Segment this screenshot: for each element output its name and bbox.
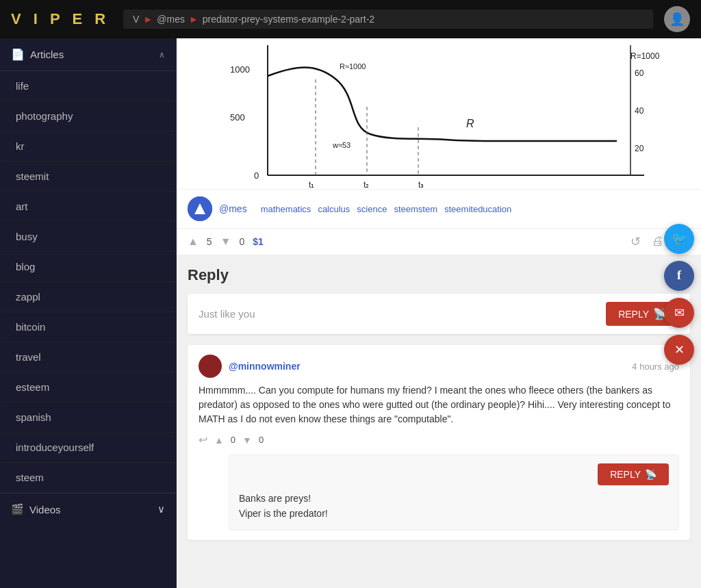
sidebar-item-art[interactable]: art xyxy=(0,192,176,222)
svg-text:R≈1000: R≈1000 xyxy=(340,62,366,71)
comment-vote-down[interactable]: ▼ xyxy=(242,435,252,446)
sidebar-videos-header[interactable]: 🎬 Videos ∨ xyxy=(0,493,176,525)
sidebar-item-kr[interactable]: kr xyxy=(0,131,176,162)
tag-science[interactable]: science xyxy=(357,204,387,214)
nested-reply: REPLY 📡 Banks are preys! Viper is the pr… xyxy=(229,455,679,531)
sidebar-item-life[interactable]: life xyxy=(0,71,176,101)
comment-vote-up[interactable]: ▲ xyxy=(214,435,224,446)
video-icon: 🎬 xyxy=(11,503,24,515)
comment-card: @minnowminer 4 hours ago Hmmmmm.... Can … xyxy=(188,345,690,540)
main-layout: 📄 Articles ∧ life photography kr steemit… xyxy=(0,38,701,588)
vote-up-count: 5 xyxy=(207,236,212,247)
comment-avatar xyxy=(199,355,222,378)
sidebar-item-introduceyourself[interactable]: introduceyourself xyxy=(0,433,176,463)
tags-row: @mes mathematics calculus science steems… xyxy=(177,189,701,228)
comment-actions: ↩ ▲ 0 ▼ 0 xyxy=(199,433,679,446)
graph-svg: 1000 500 0 t₁ t₂ t₃ 60 40 20 R=1000 xyxy=(177,38,701,189)
svg-text:0: 0 xyxy=(254,170,259,181)
tag-calculus[interactable]: calculus xyxy=(318,204,350,214)
sidebar-item-blog[interactable]: blog xyxy=(0,252,176,282)
nested-signal-icon: 📡 xyxy=(645,469,657,480)
svg-text:R=1000: R=1000 xyxy=(630,51,660,61)
svg-text:t₁: t₁ xyxy=(309,180,314,189)
comment-author[interactable]: @minnowminer xyxy=(229,361,301,372)
sidebar-item-photography[interactable]: photography xyxy=(0,101,176,131)
svg-text:1000: 1000 xyxy=(230,64,250,75)
articles-icon: 📄 xyxy=(11,48,25,61)
reply-input-row: Just like you REPLY 📡 xyxy=(188,294,690,334)
reply-section: Reply Just like you REPLY 📡 @minnowminer… xyxy=(177,255,701,558)
vote-up-button[interactable]: ▲ xyxy=(188,235,199,248)
tag-steemstem[interactable]: steemstem xyxy=(394,204,437,214)
sidebar-item-steem[interactable]: steem xyxy=(0,463,176,493)
tag-steemiteducation[interactable]: steemiteducation xyxy=(444,204,511,214)
reply-title: Reply xyxy=(188,266,690,284)
svg-text:40: 40 xyxy=(635,106,644,116)
breadcrumb-mes[interactable]: @mes xyxy=(157,14,185,25)
videos-label: Videos xyxy=(29,504,61,515)
content-area: 1000 500 0 t₁ t₂ t₃ 60 40 20 R=1000 xyxy=(177,38,701,588)
svg-text:t₃: t₃ xyxy=(418,180,424,189)
chevron-up-icon: ∧ xyxy=(159,50,165,60)
nested-reply-body: Banks are preys! Viper is the predator! xyxy=(239,491,669,522)
svg-text:60: 60 xyxy=(635,68,644,78)
breadcrumb-arrow1: ► xyxy=(143,14,153,25)
comment-body: Hmmmmm.... Can you compute for humans my… xyxy=(199,383,679,426)
close-share-button[interactable]: ✕ xyxy=(664,335,694,365)
comment-vote-up-count: 0 xyxy=(231,435,235,445)
svg-text:t₂: t₂ xyxy=(364,180,369,189)
email-share-button[interactable]: ✉ xyxy=(664,298,694,328)
nested-reply-button[interactable]: REPLY 📡 xyxy=(598,463,669,485)
sidebar-item-zappl[interactable]: zappl xyxy=(0,282,176,312)
svg-text:R: R xyxy=(466,118,474,129)
sidebar-item-steemit[interactable]: steemit xyxy=(0,162,176,192)
print-icon[interactable]: 🖨 xyxy=(652,234,664,249)
vote-down-button[interactable]: ▼ xyxy=(220,235,231,248)
articles-label: Articles xyxy=(30,49,64,60)
sidebar-articles-header[interactable]: 📄 Articles ∧ xyxy=(0,38,176,71)
article-graph: 1000 500 0 t₁ t₂ t₃ 60 40 20 R=1000 xyxy=(177,38,701,189)
sidebar-items-list: life photography kr steemit art busy blo… xyxy=(0,71,176,493)
reply-placeholder[interactable]: Just like you xyxy=(199,308,606,320)
sidebar-item-esteem[interactable]: esteem xyxy=(0,372,176,402)
social-float: 🐦 f ✉ ✕ xyxy=(664,224,694,365)
svg-text:500: 500 xyxy=(230,112,245,123)
payout-amount: $1 xyxy=(253,236,264,247)
breadcrumb-slug[interactable]: predator-prey-systems-example-2-part-2 xyxy=(203,14,374,25)
svg-text:w≈53: w≈53 xyxy=(332,141,350,149)
comment-reply-icon[interactable]: ↩ xyxy=(199,433,207,446)
vote-down-count: 0 xyxy=(239,236,244,247)
author-handle[interactable]: @mes xyxy=(219,203,247,214)
author-avatar xyxy=(188,196,212,221)
breadcrumb-arrow2: ► xyxy=(189,14,199,25)
svg-text:20: 20 xyxy=(635,144,644,153)
tag-mathematics[interactable]: mathematics xyxy=(261,204,311,214)
comment-vote-down-count: 0 xyxy=(259,435,264,445)
sidebar-item-travel[interactable]: travel xyxy=(0,342,176,372)
topnav: V I P E R V ► @mes ► predator-prey-syste… xyxy=(0,0,701,38)
sidebar-item-busy[interactable]: busy xyxy=(0,222,176,252)
avatar[interactable]: 👤 xyxy=(664,6,690,32)
nested-reply-header: REPLY 📡 xyxy=(239,463,669,485)
facebook-share-button[interactable]: f xyxy=(664,261,694,291)
chevron-down-icon: ∨ xyxy=(157,503,165,515)
sidebar: 📄 Articles ∧ life photography kr steemit… xyxy=(0,38,177,588)
comment-header: @minnowminer 4 hours ago xyxy=(199,355,679,378)
retweet-icon[interactable]: ↺ xyxy=(630,234,641,249)
sidebar-item-spanish[interactable]: spanish xyxy=(0,402,176,433)
sidebar-item-bitcoin[interactable]: bitcoin xyxy=(0,312,176,342)
breadcrumb: V ► @mes ► predator-prey-systems-example… xyxy=(123,10,653,29)
breadcrumb-v: V xyxy=(133,14,139,25)
logo: V I P E R xyxy=(11,10,110,28)
twitter-share-button[interactable]: 🐦 xyxy=(664,224,694,254)
action-bar: ▲ 5 ▼ 0 $1 ↺ 🖨 🔗 xyxy=(177,228,701,255)
